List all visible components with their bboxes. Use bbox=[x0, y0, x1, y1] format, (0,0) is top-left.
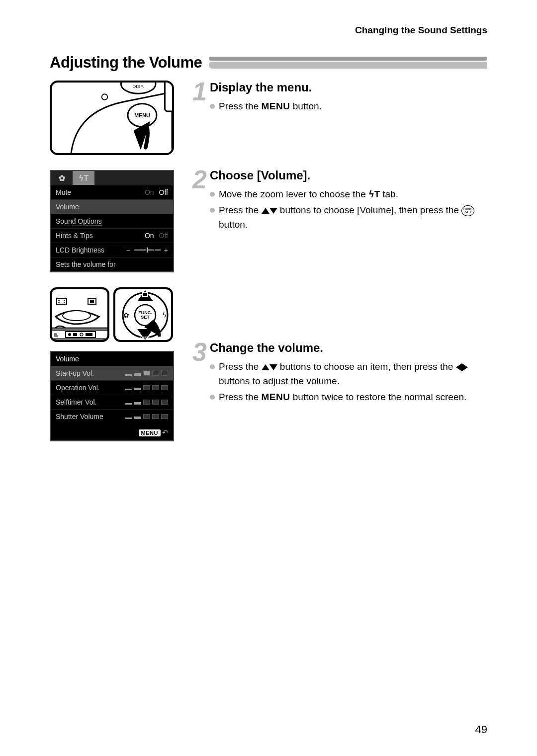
volume-row-shutter: Shutter Volume bbox=[51, 409, 173, 423]
svg-text:ϟ: ϟ bbox=[162, 311, 167, 319]
svg-point-2 bbox=[102, 94, 108, 100]
section-title: Adjusting the Volume bbox=[50, 54, 202, 72]
svg-text:MENU: MENU bbox=[134, 112, 150, 118]
step-3-title: Change the volume. bbox=[210, 341, 487, 355]
menu-row-mute: Mute OnOff bbox=[51, 185, 173, 199]
menu-row-sound-options: Sound Options bbox=[51, 214, 173, 228]
menu-footer-hint: Sets the volume for bbox=[51, 257, 173, 271]
volume-row-operation: Operation Vol. bbox=[51, 380, 173, 395]
svg-point-12 bbox=[68, 333, 71, 336]
svg-text:SET: SET bbox=[141, 315, 150, 320]
step-2-title: Choose [Volume]. bbox=[210, 168, 487, 182]
volume-menu-return: MENU↶ bbox=[51, 423, 173, 440]
svg-rect-23 bbox=[143, 293, 147, 296]
func-set-icon: FUNC.SET bbox=[461, 205, 474, 216]
step-1-title: Display the menu. bbox=[210, 81, 487, 94]
menu-word-icon: MENU bbox=[262, 392, 290, 402]
svg-text:DISP.: DISP. bbox=[140, 336, 150, 340]
svg-rect-3 bbox=[165, 83, 172, 111]
step-1-number: 1 bbox=[188, 81, 207, 116]
page-number: 49 bbox=[475, 723, 487, 736]
step-3-bullet-1: Press the buttons to choose an item, the… bbox=[210, 360, 487, 388]
menu-word-icon: MENU bbox=[262, 101, 290, 111]
step-3: 3 Change the volume. Press the buttons t… bbox=[188, 341, 487, 407]
svg-rect-6 bbox=[57, 298, 67, 304]
svg-rect-15 bbox=[86, 333, 92, 336]
breadcrumb: Changing the Sound Settings bbox=[355, 25, 487, 35]
up-down-icon bbox=[262, 364, 277, 370]
svg-text:✿: ✿ bbox=[123, 311, 129, 319]
tab-tools-icon: ϟT bbox=[73, 171, 94, 185]
section-title-bar bbox=[209, 57, 487, 69]
step-2-bullet-1: Move the zoom lever to choose the ϟT tab… bbox=[210, 187, 487, 202]
zoom-lever-illustration: /OFF bbox=[50, 287, 109, 342]
svg-text:DISP.: DISP. bbox=[132, 84, 144, 89]
tools-tab-icon: ϟT bbox=[368, 188, 380, 201]
svg-point-9 bbox=[63, 311, 90, 321]
camera-menu-illustration: DISP. MENU bbox=[50, 81, 174, 155]
step-3-bullet-2: Press the MENU button twice to restore t… bbox=[210, 390, 487, 405]
menu-row-brightness: LCD Brightness − + bbox=[51, 243, 173, 257]
svg-rect-8 bbox=[90, 300, 94, 303]
step-3-number: 3 bbox=[188, 341, 207, 407]
settings-menu-screenshot: ✿ ϟT Mute OnOff Volume Sound Options Hin… bbox=[50, 170, 174, 272]
step-2-number: 2 bbox=[188, 168, 207, 234]
step-2-bullet-2: Press the buttons to choose [Volume], th… bbox=[210, 203, 487, 232]
volume-menu-title: Volume bbox=[51, 352, 173, 366]
volume-row-startup: Start-up Vol. bbox=[51, 366, 173, 380]
step-1: 1 Display the menu. Press the MENU butto… bbox=[188, 81, 487, 116]
volume-row-selftimer: Selftimer Vol. bbox=[51, 395, 173, 409]
menu-row-hints: Hints & Tips OnOff bbox=[51, 228, 173, 243]
menu-row-volume: Volume bbox=[51, 199, 173, 214]
step-2: 2 Choose [Volume]. Move the zoom lever t… bbox=[188, 168, 487, 234]
up-down-icon bbox=[262, 208, 277, 214]
control-wheel-illustration: FUNC. SET DISP. ✿ ϟ bbox=[113, 287, 173, 342]
left-right-icon bbox=[456, 363, 468, 371]
volume-menu-screenshot: Volume Start-up Vol. Operation Vol. Self… bbox=[50, 351, 174, 441]
tab-camera-icon: ✿ bbox=[51, 171, 73, 185]
svg-text:/OFF: /OFF bbox=[55, 340, 63, 342]
svg-rect-13 bbox=[73, 333, 77, 336]
step-1-bullet-1: Press the MENU button. bbox=[210, 99, 487, 114]
